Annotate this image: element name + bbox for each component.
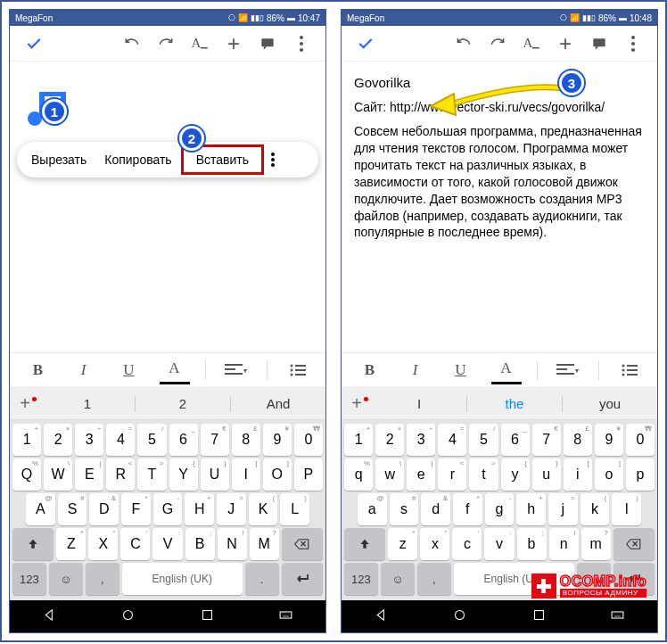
key-u[interactable]: U} [201,458,229,491]
key-emoji[interactable]: ☺ [49,563,83,595]
key-q[interactable]: q% [344,458,373,491]
key-n[interactable]: N! [218,528,247,560]
suggestion-1[interactable]: 1 [40,396,135,411]
undo-button[interactable] [117,29,147,59]
key-x[interactable]: X" [88,528,118,560]
key-7[interactable]: 7€ [201,424,229,456]
key-r[interactable]: R< [106,458,135,491]
key-backspace[interactable] [282,528,323,560]
key-c[interactable]: c' [452,528,482,560]
key-a[interactable]: a@ [358,493,387,525]
suggestion-expand-button[interactable]: + [342,393,372,414]
key-r[interactable]: r< [438,458,466,491]
key-t[interactable]: t> [469,458,498,491]
add-button[interactable]: + [218,29,249,59]
suggestion-3[interactable]: you [563,396,657,411]
key-w[interactable]: W\ [44,458,72,491]
key-period[interactable]: . [245,563,279,595]
nav-back[interactable] [42,607,57,626]
key-p[interactable]: p [626,458,655,491]
key-y[interactable]: y{ [501,458,530,491]
suggestion-1[interactable]: I [372,396,466,411]
key-8[interactable]: 8£ [564,424,592,456]
key-6[interactable]: 6_ [169,424,198,456]
bold-button[interactable]: B [355,356,385,384]
nav-keyboard[interactable] [610,607,625,626]
key-7[interactable]: 7€ [532,424,561,456]
comment-button[interactable] [252,29,283,59]
key-comma[interactable]: , [86,563,119,595]
key-f[interactable]: F* [121,493,151,525]
key-2[interactable]: 2× [375,424,404,456]
suggestion-3[interactable]: And [231,396,325,411]
key-8[interactable]: 8£ [232,424,260,456]
key-n[interactable]: n! [549,528,579,560]
key-z[interactable]: Z* [56,528,86,560]
key-i[interactable]: I[ [232,458,260,491]
redo-button[interactable] [151,29,181,59]
key-4[interactable]: 4= [106,424,135,456]
nav-home[interactable] [120,607,136,626]
key-y[interactable]: Y{ [169,458,198,491]
key-v[interactable]: v: [484,528,514,560]
key-l[interactable]: L) [280,493,309,525]
key-o[interactable]: O] [263,458,292,491]
key-b[interactable]: b; [517,528,547,560]
key-i[interactable]: i[ [564,458,592,491]
key-d[interactable]: D& [89,493,119,525]
key-p[interactable]: P [294,458,323,491]
more-button[interactable] [618,29,648,59]
key-5[interactable]: 5/ [469,424,498,456]
suggestion-expand-button[interactable]: + [10,393,40,414]
key-m[interactable]: M? [250,528,279,560]
key-g[interactable]: g- [485,493,515,525]
align-button[interactable]: ▾ [553,356,583,384]
key-3[interactable]: 3÷ [75,424,103,456]
key-k[interactable]: k( [581,493,610,525]
key-shift[interactable] [12,528,54,560]
key-0[interactable]: 0₩ [626,424,655,456]
key-h[interactable]: H+ [185,493,214,525]
redo-button[interactable] [482,29,513,59]
confirm-button[interactable] [350,29,381,59]
key-comma[interactable]: , [417,563,451,595]
suggestion-2[interactable]: 2 [136,396,230,411]
italic-button[interactable]: I [400,356,431,384]
key-shift[interactable] [344,528,385,560]
text-color-button[interactable]: A [160,356,190,384]
key-j[interactable]: j= [548,493,578,525]
key-123[interactable]: 123 [344,563,378,595]
key-4[interactable]: 4= [438,424,466,456]
key-u[interactable]: u} [532,458,561,491]
undo-button[interactable] [449,29,479,59]
key-b[interactable]: B; [185,528,215,560]
more-button[interactable] [286,29,317,59]
list-button[interactable] [283,356,313,384]
key-1[interactable]: 1+ [12,424,41,456]
key-emoji[interactable]: ☺ [381,563,415,595]
key-l[interactable]: l) [612,493,641,525]
nav-keyboard[interactable] [278,607,293,626]
key-3[interactable]: 3÷ [407,424,435,456]
key-backspace[interactable] [613,528,655,560]
copy-menuitem[interactable]: Копировать [95,147,180,172]
key-0[interactable]: 0₩ [294,424,323,456]
key-k[interactable]: K( [249,493,278,525]
comment-button[interactable] [584,29,614,59]
key-h[interactable]: h+ [516,493,546,525]
key-g[interactable]: G- [153,493,183,525]
key-o[interactable]: o] [595,458,623,491]
key-2[interactable]: 2× [44,424,72,456]
underline-button[interactable]: U [114,356,144,384]
key-s[interactable]: S# [58,493,87,525]
bold-button[interactable]: B [23,356,54,384]
key-x[interactable]: x" [420,528,449,560]
key-s[interactable]: s# [390,493,419,525]
key-t[interactable]: T> [137,458,166,491]
key-e[interactable]: E| [75,458,103,491]
text-format-button[interactable]: A▁ [185,29,215,59]
italic-button[interactable]: I [69,356,99,384]
nav-recent[interactable] [200,607,215,626]
key-enter[interactable] [282,563,323,595]
list-button[interactable] [614,356,645,384]
